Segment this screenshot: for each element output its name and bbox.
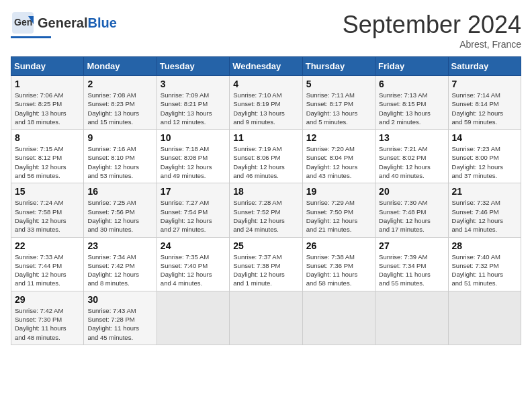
day-number: 18 [233, 186, 298, 197]
day-number: 21 [452, 186, 517, 197]
calendar-cell: 17Sunrise: 7:27 AM Sunset: 7:54 PM Dayli… [157, 183, 229, 237]
header-day-saturday: Saturday [448, 57, 521, 76]
day-number: 10 [161, 132, 226, 143]
header-day-sunday: Sunday [11, 57, 84, 76]
logo-general: General [38, 15, 87, 30]
header-day-thursday: Thursday [302, 57, 375, 76]
calendar-cell: 28Sunrise: 7:40 AM Sunset: 7:32 PM Dayli… [448, 237, 521, 291]
calendar-cell: 25Sunrise: 7:37 AM Sunset: 7:38 PM Dayli… [230, 237, 302, 291]
calendar-cell [375, 291, 448, 345]
calendar-cell [448, 291, 521, 345]
calendar-cell: 8Sunrise: 7:15 AM Sunset: 8:12 PM Daylig… [11, 130, 84, 183]
calendar-cell: 4Sunrise: 7:10 AM Sunset: 8:19 PM Daylig… [230, 76, 302, 130]
calendar-cell: 15Sunrise: 7:24 AM Sunset: 7:58 PM Dayli… [11, 183, 84, 237]
day-number: 12 [306, 132, 371, 143]
location: Abrest, France [343, 39, 521, 50]
logo-icon: Gen [11, 11, 35, 35]
day-number: 9 [87, 132, 152, 143]
day-number: 28 [452, 240, 517, 251]
day-number: 26 [306, 240, 371, 251]
day-info: Sunrise: 7:19 AM Sunset: 8:06 PM Dayligh… [233, 144, 298, 180]
day-info: Sunrise: 7:43 AM Sunset: 7:28 PM Dayligh… [87, 306, 152, 342]
calendar-week-4: 22Sunrise: 7:33 AM Sunset: 7:44 PM Dayli… [11, 237, 521, 291]
day-number: 30 [87, 294, 152, 305]
day-info: Sunrise: 7:20 AM Sunset: 8:04 PM Dayligh… [306, 144, 371, 180]
title-area: September 2024 Abrest, France [343, 11, 521, 50]
day-number: 4 [233, 79, 298, 89]
header-day-tuesday: Tuesday [157, 57, 229, 76]
day-number: 17 [161, 186, 226, 197]
day-info: Sunrise: 7:13 AM Sunset: 8:15 PM Dayligh… [379, 91, 444, 126]
day-info: Sunrise: 7:16 AM Sunset: 8:10 PM Dayligh… [87, 144, 152, 180]
calendar-cell: 6Sunrise: 7:13 AM Sunset: 8:15 PM Daylig… [375, 76, 448, 130]
day-info: Sunrise: 7:33 AM Sunset: 7:44 PM Dayligh… [15, 253, 80, 288]
day-info: Sunrise: 7:18 AM Sunset: 8:08 PM Dayligh… [161, 144, 226, 180]
day-info: Sunrise: 7:10 AM Sunset: 8:19 PM Dayligh… [233, 91, 298, 126]
day-number: 14 [452, 132, 517, 143]
day-number: 15 [15, 186, 80, 197]
calendar-week-2: 8Sunrise: 7:15 AM Sunset: 8:12 PM Daylig… [11, 130, 521, 183]
day-info: Sunrise: 7:29 AM Sunset: 7:50 PM Dayligh… [306, 198, 371, 234]
calendar-cell: 2Sunrise: 7:08 AM Sunset: 8:23 PM Daylig… [84, 76, 157, 130]
day-number: 11 [233, 132, 298, 143]
calendar-cell: 16Sunrise: 7:25 AM Sunset: 7:56 PM Dayli… [84, 183, 157, 237]
day-info: Sunrise: 7:28 AM Sunset: 7:52 PM Dayligh… [233, 198, 298, 234]
month-title: September 2024 [343, 11, 521, 39]
day-info: Sunrise: 7:40 AM Sunset: 7:32 PM Dayligh… [452, 253, 517, 288]
day-info: Sunrise: 7:37 AM Sunset: 7:38 PM Dayligh… [233, 253, 298, 288]
calendar-cell [230, 291, 302, 345]
calendar-cell: 9Sunrise: 7:16 AM Sunset: 8:10 PM Daylig… [84, 130, 157, 183]
day-number: 2 [87, 79, 152, 89]
day-number: 3 [161, 79, 226, 89]
day-number: 16 [87, 186, 152, 197]
calendar-table: SundayMondayTuesdayWednesdayThursdayFrid… [11, 56, 521, 345]
day-number: 24 [161, 240, 226, 251]
day-info: Sunrise: 7:39 AM Sunset: 7:34 PM Dayligh… [379, 253, 444, 288]
calendar-cell: 13Sunrise: 7:21 AM Sunset: 8:02 PM Dayli… [375, 130, 448, 183]
day-number: 23 [87, 240, 152, 251]
day-number: 6 [379, 79, 444, 89]
calendar-week-1: 1Sunrise: 7:06 AM Sunset: 8:25 PM Daylig… [11, 76, 521, 130]
calendar-cell: 5Sunrise: 7:11 AM Sunset: 8:17 PM Daylig… [302, 76, 375, 130]
day-number: 1 [15, 79, 80, 89]
day-info: Sunrise: 7:34 AM Sunset: 7:42 PM Dayligh… [87, 253, 152, 288]
header-day-wednesday: Wednesday [230, 57, 302, 76]
calendar-cell: 30Sunrise: 7:43 AM Sunset: 7:28 PM Dayli… [84, 291, 157, 345]
calendar-cell: 12Sunrise: 7:20 AM Sunset: 8:04 PM Dayli… [302, 130, 375, 183]
calendar-week-3: 15Sunrise: 7:24 AM Sunset: 7:58 PM Dayli… [11, 183, 521, 237]
calendar-cell: 10Sunrise: 7:18 AM Sunset: 8:08 PM Dayli… [157, 130, 229, 183]
calendar-cell: 29Sunrise: 7:42 AM Sunset: 7:30 PM Dayli… [11, 291, 84, 345]
header-day-monday: Monday [84, 57, 157, 76]
day-info: Sunrise: 7:38 AM Sunset: 7:36 PM Dayligh… [306, 253, 371, 288]
calendar-cell: 24Sunrise: 7:35 AM Sunset: 7:40 PM Dayli… [157, 237, 229, 291]
calendar-cell: 14Sunrise: 7:23 AM Sunset: 8:00 PM Dayli… [448, 130, 521, 183]
calendar-cell [157, 291, 229, 345]
day-info: Sunrise: 7:11 AM Sunset: 8:17 PM Dayligh… [306, 91, 371, 126]
day-number: 7 [452, 79, 517, 89]
header-day-friday: Friday [375, 57, 448, 76]
day-info: Sunrise: 7:15 AM Sunset: 8:12 PM Dayligh… [15, 144, 80, 180]
day-info: Sunrise: 7:21 AM Sunset: 8:02 PM Dayligh… [379, 144, 444, 180]
calendar-cell: 26Sunrise: 7:38 AM Sunset: 7:36 PM Dayli… [302, 237, 375, 291]
header: Gen GeneralBlue September 2024 Abrest, F… [11, 11, 521, 50]
day-info: Sunrise: 7:14 AM Sunset: 8:14 PM Dayligh… [452, 91, 517, 126]
day-info: Sunrise: 7:35 AM Sunset: 7:40 PM Dayligh… [161, 253, 226, 288]
calendar-cell [302, 291, 375, 345]
day-info: Sunrise: 7:24 AM Sunset: 7:58 PM Dayligh… [15, 198, 80, 234]
day-info: Sunrise: 7:27 AM Sunset: 7:54 PM Dayligh… [161, 198, 226, 234]
calendar-cell: 22Sunrise: 7:33 AM Sunset: 7:44 PM Dayli… [11, 237, 84, 291]
day-number: 25 [233, 240, 298, 251]
calendar-header-row: SundayMondayTuesdayWednesdayThursdayFrid… [11, 57, 521, 76]
calendar-cell: 7Sunrise: 7:14 AM Sunset: 8:14 PM Daylig… [448, 76, 521, 130]
calendar-cell: 11Sunrise: 7:19 AM Sunset: 8:06 PM Dayli… [230, 130, 302, 183]
day-number: 29 [15, 294, 80, 305]
calendar-cell: 3Sunrise: 7:09 AM Sunset: 8:21 PM Daylig… [157, 76, 229, 130]
calendar-cell: 23Sunrise: 7:34 AM Sunset: 7:42 PM Dayli… [84, 237, 157, 291]
day-number: 13 [379, 132, 444, 143]
day-info: Sunrise: 7:09 AM Sunset: 8:21 PM Dayligh… [161, 91, 226, 126]
day-number: 8 [15, 132, 80, 143]
calendar-cell: 19Sunrise: 7:29 AM Sunset: 7:50 PM Dayli… [302, 183, 375, 237]
day-info: Sunrise: 7:32 AM Sunset: 7:46 PM Dayligh… [452, 198, 517, 234]
day-number: 22 [15, 240, 80, 251]
calendar-cell: 20Sunrise: 7:30 AM Sunset: 7:48 PM Dayli… [375, 183, 448, 237]
